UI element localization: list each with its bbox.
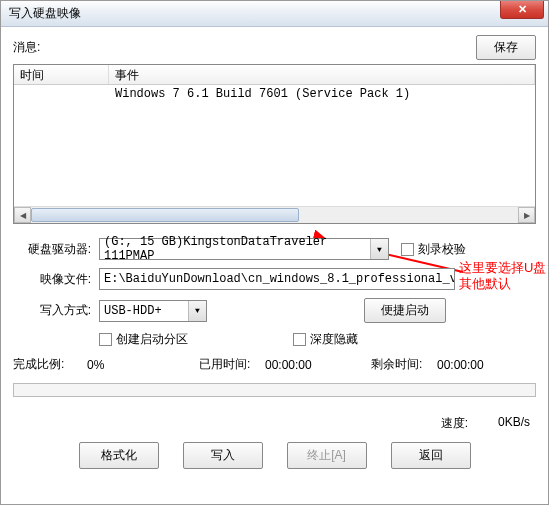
remain-label: 剩余时间: bbox=[371, 356, 437, 373]
image-file-input[interactable]: E:\BaiduYunDownload\cn_windows_8.1_profe… bbox=[99, 268, 455, 290]
abort-button[interactable]: 终止[A] bbox=[287, 442, 367, 469]
back-button[interactable]: 返回 bbox=[391, 442, 471, 469]
create-boot-checkbox-label[interactable]: 创建启动分区 bbox=[99, 331, 188, 348]
elapsed-value: 00:00:00 bbox=[265, 358, 341, 372]
write-button[interactable]: 写入 bbox=[183, 442, 263, 469]
quick-boot-button[interactable]: 便捷启动 bbox=[364, 298, 446, 323]
progress-bar bbox=[13, 383, 536, 397]
write-mode-value: USB-HDD+ bbox=[104, 304, 162, 318]
create-boot-text: 创建启动分区 bbox=[116, 331, 188, 348]
verify-checkbox[interactable] bbox=[401, 243, 414, 256]
speed-label: 速度: bbox=[441, 415, 468, 432]
scroll-track[interactable] bbox=[31, 207, 518, 223]
close-button[interactable]: ✕ bbox=[500, 1, 544, 19]
remain-value: 00:00:00 bbox=[437, 358, 484, 372]
deep-hide-checkbox[interactable] bbox=[293, 333, 306, 346]
complete-ratio-label: 完成比例: bbox=[13, 356, 87, 373]
deep-hide-text: 深度隐藏 bbox=[310, 331, 358, 348]
chevron-down-icon[interactable]: ▼ bbox=[188, 301, 206, 321]
annotation-line1: 这里要选择U盘 bbox=[459, 260, 546, 276]
list-body: Windows 7 6.1 Build 7601 (Service Pack 1… bbox=[14, 85, 535, 201]
image-file-value: E:\BaiduYunDownload\cn_windows_8.1_profe… bbox=[104, 272, 455, 286]
deep-hide-checkbox-label[interactable]: 深度隐藏 bbox=[293, 331, 358, 348]
col-header-time[interactable]: 时间 bbox=[14, 65, 109, 84]
cell-event: Windows 7 6.1 Build 7601 (Service Pack 1… bbox=[109, 87, 535, 101]
verify-checkbox-label[interactable]: 刻录校验 bbox=[401, 241, 466, 258]
col-header-event[interactable]: 事件 bbox=[109, 65, 535, 84]
button-row: 格式化 写入 终止[A] 返回 bbox=[13, 442, 536, 469]
scroll-right-arrow[interactable]: ▶ bbox=[518, 207, 535, 223]
annotation-line2: 其他默认 bbox=[459, 276, 546, 292]
verify-text: 刻录校验 bbox=[418, 241, 466, 258]
drive-label: 硬盘驱动器: bbox=[13, 241, 99, 258]
complete-ratio-value: 0% bbox=[87, 358, 123, 372]
write-mode-label: 写入方式: bbox=[13, 302, 99, 319]
list-header: 时间 事件 bbox=[14, 65, 535, 85]
message-listbox[interactable]: 时间 事件 Windows 7 6.1 Build 7601 (Service … bbox=[13, 64, 536, 224]
window-title: 写入硬盘映像 bbox=[9, 5, 81, 22]
scroll-thumb[interactable] bbox=[31, 208, 299, 222]
write-mode-select[interactable]: USB-HDD+ ▼ bbox=[99, 300, 207, 322]
titlebar: 写入硬盘映像 ✕ bbox=[1, 1, 548, 27]
chevron-down-icon[interactable]: ▼ bbox=[370, 239, 388, 259]
speed-value: 0KB/s bbox=[498, 415, 530, 432]
annotation-text: 这里要选择U盘 其他默认 bbox=[459, 260, 546, 292]
image-file-label: 映像文件: bbox=[13, 271, 99, 288]
list-row[interactable]: Windows 7 6.1 Build 7601 (Service Pack 1… bbox=[14, 87, 535, 101]
format-button[interactable]: 格式化 bbox=[79, 442, 159, 469]
cell-time bbox=[14, 87, 109, 101]
save-button[interactable]: 保存 bbox=[476, 35, 536, 60]
content-area: 消息: 保存 时间 事件 Windows 7 6.1 Build 7601 (S… bbox=[1, 27, 548, 477]
drive-select[interactable]: (G:, 15 GB)KingstonDataTraveler 111PMAP … bbox=[99, 238, 389, 260]
scroll-left-arrow[interactable]: ◀ bbox=[14, 207, 31, 223]
horizontal-scrollbar[interactable]: ◀ ▶ bbox=[14, 206, 535, 223]
create-boot-checkbox[interactable] bbox=[99, 333, 112, 346]
elapsed-label: 已用时间: bbox=[199, 356, 265, 373]
message-label: 消息: bbox=[13, 39, 40, 56]
close-icon: ✕ bbox=[518, 3, 527, 16]
form-section: 这里要选择U盘 其他默认 硬盘驱动器: (G:, 15 GB)KingstonD… bbox=[13, 238, 536, 348]
drive-select-value: (G:, 15 GB)KingstonDataTraveler 111PMAP bbox=[104, 235, 384, 263]
